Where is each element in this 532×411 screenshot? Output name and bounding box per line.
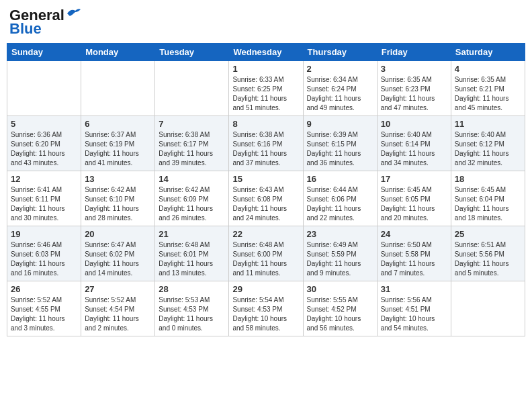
calendar-cell: 16Sunrise: 6:44 AM Sunset: 6:06 PM Dayli… [303, 171, 377, 226]
calendar-cell: 31Sunrise: 5:56 AM Sunset: 4:51 PM Dayli… [377, 281, 451, 336]
cell-info: Sunrise: 6:48 AM Sunset: 6:01 PM Dayligh… [159, 240, 225, 278]
day-number: 11 [455, 119, 521, 129]
cell-info: Sunrise: 6:38 AM Sunset: 6:17 PM Dayligh… [159, 130, 225, 168]
calendar-cell: 3Sunrise: 6:35 AM Sunset: 6:23 PM Daylig… [377, 61, 451, 116]
day-number: 15 [232, 174, 299, 184]
calendar-cell: 12Sunrise: 6:41 AM Sunset: 6:11 PM Dayli… [7, 171, 81, 226]
cell-info: Sunrise: 5:53 AM Sunset: 4:53 PM Dayligh… [159, 295, 225, 333]
page-header: General Blue [7, 7, 525, 38]
day-number: 26 [11, 284, 77, 294]
calendar-cell: 29Sunrise: 5:54 AM Sunset: 4:53 PM Dayli… [229, 281, 303, 336]
day-number: 19 [11, 229, 77, 239]
cell-info: Sunrise: 6:50 AM Sunset: 5:58 PM Dayligh… [381, 240, 447, 278]
calendar-cell: 5Sunrise: 6:36 AM Sunset: 6:20 PM Daylig… [7, 116, 81, 171]
calendar-cell: 30Sunrise: 5:55 AM Sunset: 4:52 PM Dayli… [303, 281, 377, 336]
calendar-cell: 18Sunrise: 6:45 AM Sunset: 6:04 PM Dayli… [451, 171, 525, 226]
day-number: 12 [11, 174, 77, 184]
day-number: 10 [381, 119, 447, 129]
logo: General Blue [9, 7, 81, 38]
cell-info: Sunrise: 6:51 AM Sunset: 5:56 PM Dayligh… [455, 240, 521, 278]
calendar-cell [7, 61, 81, 116]
calendar-cell: 1Sunrise: 6:33 AM Sunset: 6:25 PM Daylig… [229, 61, 303, 116]
cell-info: Sunrise: 6:48 AM Sunset: 6:00 PM Dayligh… [232, 240, 299, 278]
day-number: 30 [307, 284, 373, 294]
day-number: 20 [85, 229, 151, 239]
day-number: 27 [85, 284, 151, 294]
cell-info: Sunrise: 6:36 AM Sunset: 6:20 PM Dayligh… [11, 130, 77, 168]
cell-info: Sunrise: 6:40 AM Sunset: 6:14 PM Dayligh… [381, 130, 447, 168]
cell-info: Sunrise: 6:34 AM Sunset: 6:24 PM Dayligh… [307, 75, 373, 113]
cell-info: Sunrise: 6:35 AM Sunset: 6:21 PM Dayligh… [455, 75, 521, 113]
calendar-cell: 19Sunrise: 6:46 AM Sunset: 6:03 PM Dayli… [7, 226, 81, 281]
weekday-wednesday: Wednesday [229, 44, 303, 61]
weekday-tuesday: Tuesday [155, 44, 229, 61]
day-number: 21 [159, 229, 225, 239]
cell-info: Sunrise: 6:47 AM Sunset: 6:02 PM Dayligh… [85, 240, 151, 278]
calendar-cell [81, 61, 155, 116]
calendar-cell: 6Sunrise: 6:37 AM Sunset: 6:19 PM Daylig… [81, 116, 155, 171]
calendar-cell [155, 61, 229, 116]
calendar-cell: 14Sunrise: 6:42 AM Sunset: 6:09 PM Dayli… [155, 171, 229, 226]
day-number: 7 [159, 119, 225, 129]
calendar-cell: 13Sunrise: 6:42 AM Sunset: 6:10 PM Dayli… [81, 171, 155, 226]
calendar-week-3: 12Sunrise: 6:41 AM Sunset: 6:11 PM Dayli… [7, 171, 525, 226]
calendar-cell: 22Sunrise: 6:48 AM Sunset: 6:00 PM Dayli… [229, 226, 303, 281]
calendar-cell: 9Sunrise: 6:39 AM Sunset: 6:15 PM Daylig… [303, 116, 377, 171]
calendar-cell: 24Sunrise: 6:50 AM Sunset: 5:58 PM Dayli… [377, 226, 451, 281]
calendar-week-5: 26Sunrise: 5:52 AM Sunset: 4:55 PM Dayli… [7, 281, 525, 336]
weekday-header-row: SundayMondayTuesdayWednesdayThursdayFrid… [7, 44, 525, 61]
day-number: 22 [232, 229, 299, 239]
calendar-cell: 26Sunrise: 5:52 AM Sunset: 4:55 PM Dayli… [7, 281, 81, 336]
day-number: 9 [307, 119, 373, 129]
cell-info: Sunrise: 6:45 AM Sunset: 6:04 PM Dayligh… [455, 185, 521, 223]
calendar-cell: 25Sunrise: 6:51 AM Sunset: 5:56 PM Dayli… [451, 226, 525, 281]
day-number: 23 [307, 229, 373, 239]
calendar-table: SundayMondayTuesdayWednesdayThursdayFrid… [7, 43, 525, 336]
calendar-cell: 17Sunrise: 6:45 AM Sunset: 6:05 PM Dayli… [377, 171, 451, 226]
cell-info: Sunrise: 6:40 AM Sunset: 6:12 PM Dayligh… [455, 130, 521, 168]
day-number: 8 [232, 119, 299, 129]
day-number: 29 [232, 284, 299, 294]
cell-info: Sunrise: 5:56 AM Sunset: 4:51 PM Dayligh… [381, 295, 447, 333]
logo-bird-icon [66, 7, 81, 19]
cell-info: Sunrise: 6:42 AM Sunset: 6:09 PM Dayligh… [159, 185, 225, 223]
day-number: 2 [307, 64, 373, 74]
day-number: 28 [159, 284, 225, 294]
calendar-week-2: 5Sunrise: 6:36 AM Sunset: 6:20 PM Daylig… [7, 116, 525, 171]
day-number: 24 [381, 229, 447, 239]
cell-info: Sunrise: 6:39 AM Sunset: 6:15 PM Dayligh… [307, 130, 373, 168]
weekday-saturday: Saturday [451, 44, 525, 61]
cell-info: Sunrise: 6:41 AM Sunset: 6:11 PM Dayligh… [11, 185, 77, 223]
calendar-header: SundayMondayTuesdayWednesdayThursdayFrid… [7, 44, 525, 61]
cell-info: Sunrise: 6:38 AM Sunset: 6:16 PM Dayligh… [232, 130, 299, 168]
weekday-thursday: Thursday [303, 44, 377, 61]
calendar-cell: 7Sunrise: 6:38 AM Sunset: 6:17 PM Daylig… [155, 116, 229, 171]
cell-info: Sunrise: 5:52 AM Sunset: 4:54 PM Dayligh… [85, 295, 151, 333]
cell-info: Sunrise: 6:37 AM Sunset: 6:19 PM Dayligh… [85, 130, 151, 168]
cell-info: Sunrise: 6:43 AM Sunset: 6:08 PM Dayligh… [232, 185, 299, 223]
calendar-cell: 2Sunrise: 6:34 AM Sunset: 6:24 PM Daylig… [303, 61, 377, 116]
calendar-cell: 10Sunrise: 6:40 AM Sunset: 6:14 PM Dayli… [377, 116, 451, 171]
calendar-cell [451, 281, 525, 336]
cell-info: Sunrise: 5:52 AM Sunset: 4:55 PM Dayligh… [11, 295, 77, 333]
day-number: 3 [381, 64, 447, 74]
logo-blue: Blue [9, 20, 42, 38]
cell-info: Sunrise: 6:46 AM Sunset: 6:03 PM Dayligh… [11, 240, 77, 278]
day-number: 18 [455, 174, 521, 184]
cell-info: Sunrise: 5:55 AM Sunset: 4:52 PM Dayligh… [307, 295, 373, 333]
day-number: 14 [159, 174, 225, 184]
weekday-friday: Friday [377, 44, 451, 61]
day-number: 16 [307, 174, 373, 184]
day-number: 5 [11, 119, 77, 129]
cell-info: Sunrise: 6:33 AM Sunset: 6:25 PM Dayligh… [232, 75, 299, 113]
day-number: 4 [455, 64, 521, 74]
day-number: 1 [232, 64, 299, 74]
cell-info: Sunrise: 6:44 AM Sunset: 6:06 PM Dayligh… [307, 185, 373, 223]
cell-info: Sunrise: 6:35 AM Sunset: 6:23 PM Dayligh… [381, 75, 447, 113]
weekday-monday: Monday [81, 44, 155, 61]
calendar-cell: 27Sunrise: 5:52 AM Sunset: 4:54 PM Dayli… [81, 281, 155, 336]
calendar-week-4: 19Sunrise: 6:46 AM Sunset: 6:03 PM Dayli… [7, 226, 525, 281]
calendar-cell: 4Sunrise: 6:35 AM Sunset: 6:21 PM Daylig… [451, 61, 525, 116]
calendar-cell: 8Sunrise: 6:38 AM Sunset: 6:16 PM Daylig… [229, 116, 303, 171]
cell-info: Sunrise: 6:42 AM Sunset: 6:10 PM Dayligh… [85, 185, 151, 223]
